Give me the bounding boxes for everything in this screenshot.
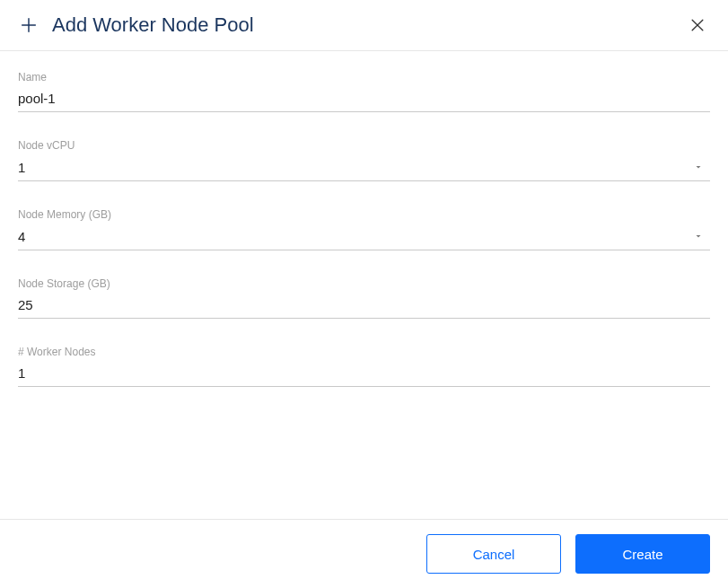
memory-label: Node Memory (GB) bbox=[18, 208, 710, 221]
storage-control[interactable] bbox=[18, 294, 710, 319]
dialog-footer: Cancel Create bbox=[0, 519, 728, 588]
storage-input[interactable] bbox=[18, 297, 710, 312]
dialog-header: Add Worker Node Pool bbox=[0, 0, 728, 51]
memory-select[interactable]: 4 bbox=[18, 224, 710, 250]
add-worker-node-pool-dialog: Add Worker Node Pool Name Node vCPU 1 bbox=[0, 0, 728, 588]
chevron-down-icon bbox=[690, 228, 706, 244]
create-button[interactable]: Create bbox=[575, 534, 710, 574]
workers-label: # Worker Nodes bbox=[18, 346, 710, 358]
vcpu-select[interactable]: 1 bbox=[18, 155, 710, 181]
plus-icon bbox=[18, 14, 39, 36]
field-storage: Node Storage (GB) bbox=[18, 277, 710, 319]
field-vcpu: Node vCPU 1 bbox=[18, 139, 710, 181]
vcpu-value: 1 bbox=[18, 160, 690, 175]
cancel-button[interactable]: Cancel bbox=[426, 534, 561, 574]
field-workers: # Worker Nodes bbox=[18, 346, 710, 387]
chevron-down-icon bbox=[690, 159, 706, 175]
memory-value: 4 bbox=[18, 229, 690, 244]
name-input[interactable] bbox=[18, 91, 710, 106]
workers-control[interactable] bbox=[18, 362, 710, 387]
dialog-title: Add Worker Node Pool bbox=[52, 13, 685, 37]
vcpu-label: Node vCPU bbox=[18, 139, 710, 152]
workers-input[interactable] bbox=[18, 365, 710, 381]
storage-label: Node Storage (GB) bbox=[18, 277, 710, 290]
name-label: Name bbox=[18, 71, 710, 83]
field-name: Name bbox=[18, 71, 710, 112]
dialog-body: Name Node vCPU 1 Node Memory (GB) 4 bbox=[0, 51, 728, 519]
field-memory: Node Memory (GB) 4 bbox=[18, 208, 710, 250]
close-icon[interactable] bbox=[685, 13, 710, 38]
name-control[interactable] bbox=[18, 87, 710, 112]
